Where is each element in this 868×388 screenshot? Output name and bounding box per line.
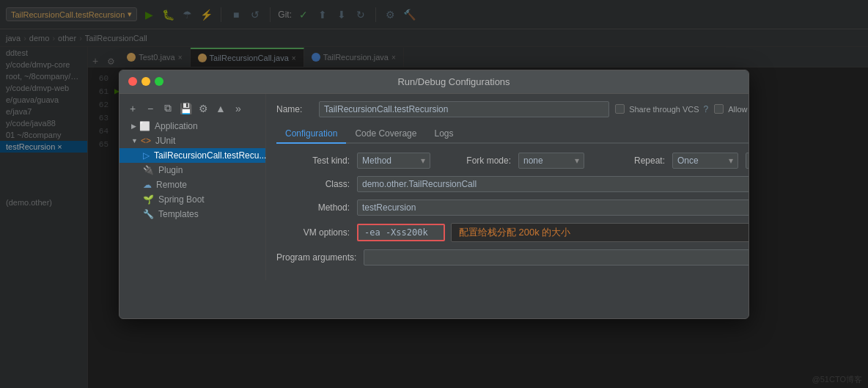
method-row: Method: testRecursion ... [276,200,749,216]
tab-logs[interactable]: Logs [425,125,462,144]
test-kind-label: Test kind: [276,155,350,166]
junit-icon: <> [141,136,151,146]
name-input[interactable] [319,101,609,117]
test-kind-value: Method [362,155,391,166]
expand-button[interactable]: » [231,101,246,116]
plugin-icon: 🔌 [143,165,154,175]
vm-options-label: VM options: [276,227,350,238]
name-row: Name: Share through VCS ? Allow parallel… [276,101,749,117]
dialog-body: + − ⧉ 💾 ⚙ ▲ » ▶ ⬜ Application ▼ <> JUnit [119,94,749,280]
vm-options-row: VM options: -ea -Xss200k 配置给栈分配 200k 的大小… [276,223,749,242]
run-debug-dialog: Run/Debug Configurations + − ⧉ 💾 ⚙ ▲ » ▶… [119,70,749,319]
tree-spring-boot-label: Spring Boot [158,194,205,205]
save-config-button[interactable]: 💾 [178,101,193,116]
vcs-checkbox[interactable] [615,104,625,114]
move-up-button[interactable]: ▲ [213,101,228,116]
add-config-button[interactable]: + [125,101,140,116]
fork-mode-select[interactable]: none ▾ [518,153,584,169]
dialog-right-panel: Name: Share through VCS ? Allow parallel… [266,94,749,280]
test-kind-select[interactable]: Method ▾ [357,153,430,169]
tree-junit[interactable]: ▼ <> JUnit [119,133,265,148]
minimize-button[interactable] [141,77,150,86]
tree-application[interactable]: ▶ ⬜ Application [119,119,265,133]
app-arrow-icon: ▶ [131,122,136,130]
tree-remote[interactable]: ☁ Remote [119,177,265,192]
copy-config-button[interactable]: ⧉ [161,101,175,116]
tree-application-label: Application [155,121,198,131]
repeat-num-input[interactable] [746,153,749,169]
dialog-title: Run/Debug Configurations [168,76,740,87]
parallel-area: Allow parallel run [714,104,749,114]
program-args-input[interactable] [364,249,749,266]
repeat-caret-icon: ▾ [729,155,733,166]
close-button[interactable] [128,77,137,86]
tab-configuration[interactable]: Configuration [276,125,346,144]
dialog-toolbar: + − ⧉ 💾 ⚙ ▲ » [119,98,265,119]
modal-overlay: Run/Debug Configurations + − ⧉ 💾 ⚙ ▲ » ▶… [0,0,868,388]
remote-icon: ☁ [143,180,152,190]
dialog-left-panel: + − ⧉ 💾 ⚙ ▲ » ▶ ⬜ Application ▼ <> JUnit [119,94,266,280]
maximize-button[interactable] [155,77,163,86]
more-options-button[interactable]: ⚙ [196,101,210,116]
repeat-select[interactable]: Once ▾ [672,153,738,169]
tree-spring-boot[interactable]: 🌱 Spring Boot [119,192,265,207]
app-icon: ⬜ [139,121,150,131]
config-tabs: Configuration Code Coverage Logs [276,125,749,144]
tree-remote-label: Remote [156,180,187,190]
tree-junit-item[interactable]: ▷ TailRecursionCall.testRecu... [119,148,265,163]
tree-junit-item-label: TailRecursionCall.testRecu... [154,150,266,161]
test-kind-row: Test kind: Method ▾ Fork mode: none ▾ Re… [276,153,749,169]
vcs-label: Share through VCS [629,105,699,114]
tree-templates[interactable]: 🔧 Templates [119,207,265,222]
vm-options-input[interactable]: -ea -Xss200k [357,224,445,241]
spring-icon: 🌱 [143,194,154,205]
remove-config-button[interactable]: − [143,101,158,116]
name-label: Name: [276,104,313,114]
repeat-value: Once [677,155,699,166]
parallel-checkbox[interactable] [714,104,724,114]
fork-mode-label: Fork mode: [438,155,511,166]
method-input[interactable]: testRecursion [357,200,749,216]
program-args-label: Program arguments: [276,252,356,263]
class-row: Class: demo.other.TailRecursionCall ... [276,176,749,192]
tree-plugin[interactable]: 🔌 Plugin [119,163,265,177]
fork-mode-value: none [523,155,543,166]
method-label: Method: [276,202,350,213]
vcs-help-icon[interactable]: ? [704,104,709,114]
tree-plugin-label: Plugin [158,165,183,175]
vcs-area: Share through VCS ? [615,104,708,114]
tree-junit-label: JUnit [155,136,175,146]
vm-options-box: -ea -Xss200k 配置给栈分配 200k 的大小 [357,223,749,242]
class-label: Class: [276,179,350,189]
tree-templates-label: Templates [158,209,199,219]
repeat-label: Repeat: [592,155,665,166]
test-icon: ▷ [143,150,150,161]
junit-arrow-icon: ▼ [131,137,138,144]
class-input[interactable]: demo.other.TailRecursionCall [357,176,749,192]
fork-caret-icon: ▾ [575,155,579,166]
templates-icon: 🔧 [143,209,154,219]
tab-code-coverage[interactable]: Code Coverage [346,125,425,144]
dialog-titlebar: Run/Debug Configurations [119,70,749,94]
parallel-label: Allow parallel run [728,105,749,114]
test-kind-caret-icon: ▾ [421,155,425,166]
vm-annotation: 配置给栈分配 200k 的大小 [451,223,749,242]
program-args-row: Program arguments: [276,249,749,266]
